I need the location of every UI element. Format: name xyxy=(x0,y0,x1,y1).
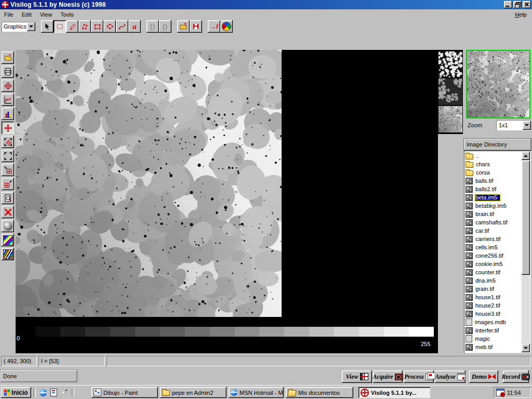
file-list-item[interactable]: car.tif xyxy=(465,227,522,235)
file-list-item[interactable]: carriers.tif xyxy=(465,235,522,243)
thumbnail-balls[interactable] xyxy=(438,51,462,77)
curve-plot-button[interactable] xyxy=(2,94,14,106)
cursor-coordinates: ( 492, 300) xyxy=(1,356,37,366)
pencil-tool-button[interactable] xyxy=(66,20,78,33)
menu-item-help[interactable]: Help xyxy=(510,10,532,19)
open-image-button-side[interactable] xyxy=(2,51,14,64)
save-image-button[interactable] xyxy=(190,20,202,33)
page-preview-button[interactable] xyxy=(2,192,14,204)
grid-export-button[interactable] xyxy=(2,178,14,190)
file-list-item[interactable]: images.mdb xyxy=(465,318,522,326)
quick-launch xyxy=(33,387,74,398)
action-button[interactable]: Acquire xyxy=(373,370,403,383)
menu-item[interactable]: View xyxy=(36,10,57,19)
graphics-mode-select[interactable]: Graphics xyxy=(2,22,35,32)
pointer-tool-button[interactable] xyxy=(41,20,54,33)
file-list-item[interactable]: balls2.tif xyxy=(465,185,522,193)
file-list-item[interactable]: brain.tif xyxy=(465,210,522,218)
scrollbar-thumb[interactable] xyxy=(522,161,530,275)
file-list-item[interactable]: camshafts.tif xyxy=(465,218,522,227)
list-scrollbar[interactable] xyxy=(522,152,530,352)
file-list-item[interactable]: balls.tif xyxy=(465,177,522,185)
action-button[interactable]: Process xyxy=(404,370,434,383)
task-button[interactable]: pepe en Admin2 xyxy=(160,387,227,398)
image-viewport[interactable] xyxy=(16,50,282,317)
roi-hatch-button[interactable] xyxy=(2,136,14,148)
file-list-item[interactable]: corsa xyxy=(465,168,522,177)
file-list-item[interactable]: house1.tif xyxy=(465,293,522,301)
file-list-item[interactable]: interfer.tif xyxy=(465,326,522,335)
outlook-express-icon[interactable] xyxy=(50,389,57,396)
menu-item[interactable]: File xyxy=(0,10,18,19)
file-list-item[interactable]: dna.im5 xyxy=(465,276,522,285)
file-list-item[interactable]: cookie.im5 xyxy=(465,260,522,268)
menu-item[interactable]: Tools xyxy=(56,10,78,19)
target-button[interactable] xyxy=(2,79,14,92)
histogram-button[interactable] xyxy=(2,108,14,120)
file-list-item[interactable]: meb.tif xyxy=(465,343,522,351)
file-type-icon xyxy=(466,277,473,284)
file-type-icon xyxy=(466,311,473,317)
channels-icon[interactable] xyxy=(61,389,68,396)
file-list-item[interactable]: chars xyxy=(465,160,522,168)
marquee-icon xyxy=(56,22,64,31)
grid-import-button[interactable] xyxy=(2,164,14,176)
task-button[interactable]: Dibujo - Paint xyxy=(91,387,158,398)
roi-button[interactable] xyxy=(2,150,14,162)
thumbnail-cells[interactable] xyxy=(438,78,462,105)
polygon-tool-button[interactable] xyxy=(78,20,91,33)
paren-dashed-tool-button[interactable]: () xyxy=(159,20,171,33)
file-list-item[interactable]: house2.tif xyxy=(465,301,522,310)
action-button-icon xyxy=(488,374,496,379)
start-button[interactable]: Inicio xyxy=(1,387,31,398)
insert-image-button[interactable]: →I xyxy=(208,20,220,33)
paren-solid-tool-button[interactable]: () xyxy=(147,20,159,33)
delete-button[interactable] xyxy=(2,206,14,218)
grayscale-lut-button[interactable] xyxy=(2,220,14,232)
file-list-item[interactable]: house3.tif xyxy=(465,310,522,318)
action-button[interactable]: Record xyxy=(503,370,529,383)
file-list-item[interactable]: .. xyxy=(465,152,522,160)
file-list-item[interactable]: grain.tif xyxy=(465,285,522,293)
task-button[interactable]: MSN Hotmail - Men... xyxy=(229,387,284,398)
pan-move-button[interactable] xyxy=(2,122,14,134)
zoom-select[interactable]: 1x1 xyxy=(496,120,531,130)
marquee-tool-button[interactable] xyxy=(54,20,66,33)
scroll-up-icon[interactable] xyxy=(522,152,530,160)
spline-tool-button[interactable] xyxy=(116,20,128,33)
task-button[interactable]: Mis documentos xyxy=(286,387,353,398)
ellipse-tool-button[interactable] xyxy=(103,20,116,33)
print-button[interactable] xyxy=(2,65,14,78)
thumbnail-beta[interactable] xyxy=(438,106,462,132)
file-list-item[interactable]: betabkg.im5 xyxy=(465,202,522,210)
color-lut-button[interactable] xyxy=(2,234,14,246)
file-list-item[interactable]: beta.im5 xyxy=(465,193,522,202)
task-button[interactable]: Visilog 5.1.1 by... xyxy=(358,387,430,398)
task-scheduler-icon[interactable] xyxy=(496,389,504,396)
crosshair-target-icon xyxy=(4,82,12,90)
file-list-item[interactable]: cells.im5 xyxy=(465,243,522,251)
text-tool-button[interactable]: a xyxy=(128,20,141,33)
active-image-preview[interactable] xyxy=(466,50,530,118)
file-list-item[interactable]: cone256.tif xyxy=(465,251,522,260)
file-type-icon xyxy=(466,211,473,218)
scroll-down-icon[interactable] xyxy=(522,344,530,352)
color-lut-alt-button[interactable] xyxy=(2,248,14,260)
close-button-icon[interactable] xyxy=(523,1,531,8)
internet-explorer-icon[interactable] xyxy=(39,389,47,396)
chevron-down-icon[interactable] xyxy=(27,22,35,31)
open-image-button[interactable] xyxy=(177,20,190,33)
file-list-item[interactable]: magic xyxy=(465,335,522,343)
chevron-down-icon[interactable] xyxy=(523,121,531,130)
restore-button-icon[interactable] xyxy=(513,1,522,8)
action-button[interactable]: Analyse xyxy=(435,370,466,383)
menu-item[interactable]: Edit xyxy=(18,10,36,19)
file-list-item[interactable]: counter.tif xyxy=(465,268,522,276)
action-button[interactable]: Demo xyxy=(469,370,498,383)
file-type-icon xyxy=(466,170,473,176)
file-type-icon xyxy=(466,203,473,209)
minimize-button-icon[interactable] xyxy=(504,1,512,8)
color-tools-button[interactable] xyxy=(220,20,233,33)
rectangle-tool-button[interactable] xyxy=(91,20,103,33)
action-button[interactable]: View xyxy=(342,370,372,383)
